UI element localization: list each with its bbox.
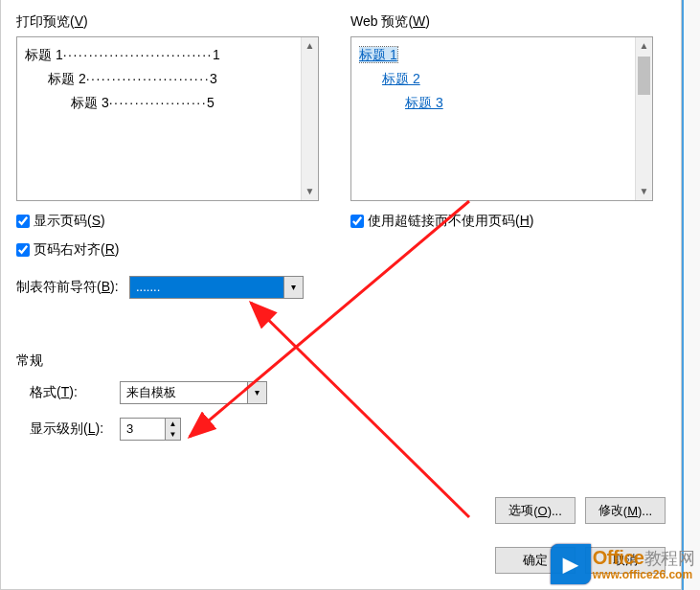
options-row: 选项(O)... 修改(M)... <box>495 497 666 524</box>
right-align-label: 页码右对齐(R) <box>34 241 119 259</box>
scroll-up-icon[interactable]: ▲ <box>636 37 652 55</box>
general-section-title: 常规 <box>16 352 666 370</box>
format-value: 来自模板 <box>121 382 247 403</box>
watermark-brand: Office教程网 <box>593 547 694 569</box>
print-preview-scrollbar[interactable]: ▲ ▼ <box>301 37 318 200</box>
web-preview-label: Web 预览(W) <box>350 13 666 31</box>
show-levels-label: 显示级别(L): <box>30 420 112 438</box>
web-link-2[interactable]: 标题 2 <box>382 71 420 86</box>
use-hyperlink-checkbox[interactable] <box>350 215 364 228</box>
right-align-checkbox[interactable] <box>16 243 30 257</box>
tab-leader-row: 制表符前导符(B): ....... ▾ <box>16 276 331 299</box>
toc-line-3: 标题 3···················5 <box>25 91 310 115</box>
use-hyperlink-label: 使用超链接而不使用页码(H) <box>368 213 533 230</box>
show-page-checkbox[interactable] <box>16 215 30 228</box>
toc-line-2: 标题 2························3 <box>25 67 310 91</box>
tab-leader-combo[interactable]: ....... ▾ <box>129 276 304 299</box>
show-page-checkbox-row: 显示页码(S) <box>16 213 331 230</box>
show-page-label: 显示页码(S) <box>34 213 105 230</box>
tab-leader-value: ....... <box>130 277 283 298</box>
toc-line-1: 标题 1·····························1 <box>25 43 310 67</box>
watermark-url: www.office26.com <box>593 569 694 581</box>
scroll-down-icon[interactable]: ▼ <box>636 183 652 200</box>
scroll-down-icon[interactable]: ▼ <box>302 183 318 200</box>
watermark: ▶ Office教程网 www.office26.com <box>551 544 694 584</box>
modify-button[interactable]: 修改(M)... <box>585 497 666 524</box>
web-preview-scrollbar[interactable]: ▲ ▼ <box>635 37 652 200</box>
format-row: 格式(T): 来自模板 ▾ <box>30 381 666 404</box>
web-link-3[interactable]: 标题 3 <box>405 95 443 110</box>
print-preview-box: 标题 1·····························1 标题 2·… <box>16 36 319 201</box>
print-preview-section: 打印预览(V) 标题 1····························… <box>16 13 331 299</box>
scroll-up-icon[interactable]: ▲ <box>302 37 318 55</box>
format-label: 格式(T): <box>30 384 112 401</box>
right-edge-strip <box>682 0 700 590</box>
chevron-down-icon[interactable]: ▾ <box>283 277 303 298</box>
office-logo-icon: ▶ <box>551 544 591 584</box>
toc-dialog: 打印预览(V) 标题 1····························… <box>0 0 682 590</box>
show-levels-row: 显示级别(L): ▲ ▼ <box>30 418 666 441</box>
web-preview-box: 标题 1 标题 2 标题 3 ▲ ▼ <box>350 36 653 201</box>
options-button[interactable]: 选项(O)... <box>495 497 576 524</box>
tab-leader-label: 制表符前导符(B): <box>16 279 122 296</box>
print-preview-label: 打印预览(V) <box>16 13 331 31</box>
right-align-checkbox-row: 页码右对齐(R) <box>16 241 331 259</box>
format-combo[interactable]: 来自模板 ▾ <box>120 381 267 404</box>
show-levels-spinner[interactable]: ▲ ▼ <box>120 418 181 441</box>
use-hyperlink-checkbox-row: 使用超链接而不使用页码(H) <box>350 213 666 230</box>
scroll-thumb[interactable] <box>638 57 650 95</box>
web-link-1[interactable]: 标题 1 <box>359 47 397 62</box>
spinner-up-icon[interactable]: ▲ <box>166 419 180 429</box>
chevron-down-icon[interactable]: ▾ <box>247 382 266 403</box>
spinner-down-icon[interactable]: ▼ <box>166 429 180 440</box>
show-levels-input[interactable] <box>121 419 165 440</box>
web-preview-section: Web 预览(W) 标题 1 标题 2 标题 3 ▲ ▼ 使用超链接而不使用页码… <box>350 13 666 299</box>
